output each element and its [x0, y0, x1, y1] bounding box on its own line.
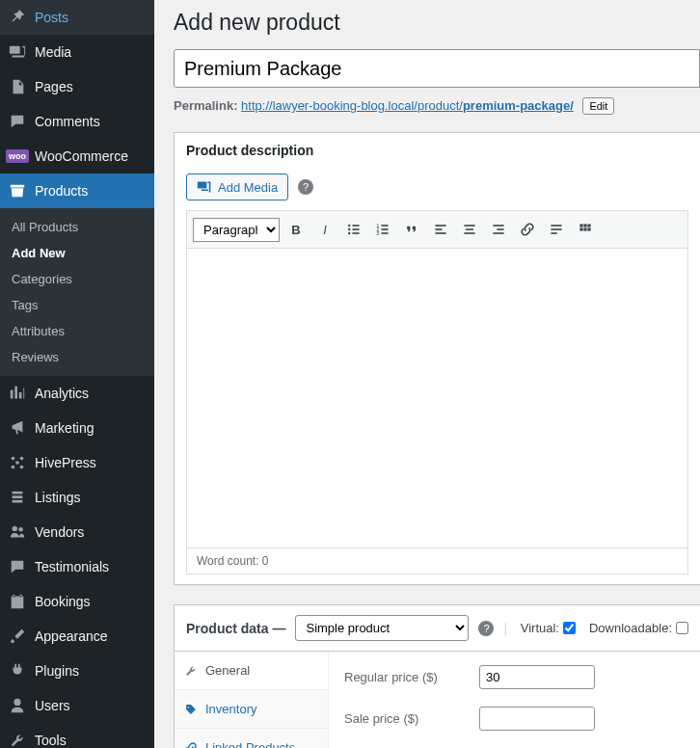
product-data-box: Product data — Simple product ? | Virtua… [174, 604, 700, 748]
permalink-base: http://lawyer-booking-blog.local/product… [241, 98, 463, 113]
menu-posts[interactable]: Posts [0, 0, 154, 35]
svg-point-2 [12, 466, 15, 469]
menu-media[interactable]: Media [0, 35, 154, 69]
svg-rect-29 [493, 232, 503, 234]
menu-label: Appearance [35, 628, 108, 644]
svg-point-7 [13, 699, 20, 706]
svg-point-4 [15, 461, 19, 465]
submenu-categories[interactable]: Categories [0, 266, 154, 292]
menu-label: Pages [35, 79, 73, 94]
numbered-list-button[interactable]: 123 [370, 217, 395, 242]
downloadable-checkbox[interactable] [676, 622, 688, 634]
menu-label: Users [35, 698, 70, 713]
hivepress-icon [8, 453, 27, 472]
menu-vendors[interactable]: Vendors [0, 515, 154, 549]
wrench-icon [184, 664, 198, 678]
permalink-link[interactable]: http://lawyer-booking-blog.local/product… [241, 98, 574, 113]
submenu-tags[interactable]: Tags [0, 292, 154, 318]
svg-rect-20 [381, 232, 388, 234]
product-type-select[interactable]: Simple product [295, 615, 469, 641]
svg-rect-32 [551, 232, 556, 234]
submenu-all-products[interactable]: All Products [0, 214, 154, 240]
svg-rect-27 [493, 225, 503, 227]
menu-label: HivePress [35, 455, 96, 470]
testimonials-icon [8, 557, 27, 576]
virtual-checkbox[interactable] [563, 622, 576, 634]
quote-button[interactable] [399, 217, 424, 242]
menu-listings[interactable]: Listings [0, 480, 154, 515]
menu-tools[interactable]: Tools [0, 723, 154, 748]
menu-label: Products [35, 183, 88, 199]
svg-rect-35 [587, 224, 590, 227]
bullet-list-button[interactable] [341, 217, 366, 242]
menu-woocommerce[interactable]: wooWooCommerce [0, 139, 154, 174]
svg-rect-23 [435, 232, 445, 234]
submenu-attributes[interactable]: Attributes [0, 318, 154, 344]
editor-textarea[interactable] [187, 249, 687, 548]
pages-icon [8, 77, 27, 96]
tab-linked-products[interactable]: Linked Products [175, 729, 328, 748]
svg-rect-10 [352, 225, 359, 227]
submenu-add-new[interactable]: Add New [0, 240, 154, 266]
svg-rect-18 [381, 228, 388, 230]
product-data-header: Product data — Simple product ? | Virtua… [175, 605, 700, 652]
menu-analytics[interactable]: Analytics [0, 376, 154, 411]
align-right-button[interactable] [486, 217, 511, 242]
svg-rect-16 [381, 225, 388, 227]
product-title-input[interactable] [174, 49, 700, 88]
editor-footer: Word count: 0 [187, 548, 687, 574]
tab-general[interactable]: General [175, 652, 328, 690]
menu-pages[interactable]: Pages [0, 69, 154, 104]
menu-comments[interactable]: Comments [0, 104, 154, 139]
menu-hivepress[interactable]: HivePress [0, 445, 154, 480]
svg-point-3 [20, 466, 24, 469]
admin-sidebar: Posts Media Pages Comments wooWooCommerc… [0, 0, 154, 748]
bold-button[interactable]: B [283, 217, 309, 242]
menu-label: Analytics [35, 386, 89, 401]
products-icon [8, 181, 27, 200]
menu-appearance[interactable]: Appearance [0, 619, 154, 654]
svg-rect-37 [583, 227, 586, 230]
menu-label: Bookings [35, 594, 91, 609]
help-icon[interactable]: ? [298, 179, 313, 195]
align-center-button[interactable] [457, 217, 482, 242]
menu-bookings[interactable]: Bookings [0, 584, 154, 619]
downloadable-checkbox-label[interactable]: Downloadable: [589, 621, 688, 635]
svg-rect-21 [435, 225, 445, 227]
help-icon[interactable]: ? [478, 621, 494, 636]
page-heading: Add new product [174, 10, 700, 36]
menu-label: Marketing [35, 420, 94, 436]
svg-point-5 [13, 526, 17, 531]
link-button[interactable] [515, 217, 540, 242]
menu-marketing[interactable]: Marketing [0, 411, 154, 445]
edit-slug-button[interactable]: Edit [582, 97, 614, 115]
menu-testimonials[interactable]: Testimonials [0, 549, 154, 584]
format-select[interactable]: Paragraph [193, 218, 280, 242]
woocommerce-icon: woo [8, 147, 27, 166]
sale-price-input[interactable] [479, 707, 595, 731]
regular-price-input[interactable] [479, 665, 595, 689]
more-button[interactable] [544, 217, 569, 242]
svg-rect-33 [579, 224, 582, 227]
menu-products[interactable]: Products [0, 174, 154, 208]
svg-rect-31 [551, 228, 561, 230]
toolbar-toggle-button[interactable] [573, 217, 598, 242]
permalink-label: Permalink: [174, 98, 237, 113]
menu-label: Plugins [35, 663, 79, 679]
virtual-checkbox-label[interactable]: Virtual: [521, 621, 576, 635]
main-content: Add new product Permalink: http://lawyer… [154, 0, 700, 748]
menu-users[interactable]: Users [0, 688, 154, 723]
tab-label: Inventory [205, 702, 256, 716]
menu-label: WooCommerce [35, 148, 128, 164]
align-left-button[interactable] [428, 217, 453, 242]
tab-inventory[interactable]: Inventory [175, 690, 328, 729]
menu-plugins[interactable]: Plugins [0, 654, 154, 688]
product-data-fields: Regular price ($) Sale price ($) Schedul… [329, 652, 700, 748]
product-data-tabs: General Inventory Linked Products [175, 652, 329, 748]
add-media-button[interactable]: Add Media [186, 174, 288, 200]
italic-button[interactable]: I [312, 217, 337, 242]
megaphone-icon [8, 418, 27, 438]
submenu-reviews[interactable]: Reviews [0, 344, 154, 370]
pushpin-icon [8, 8, 27, 27]
comments-icon [8, 112, 27, 131]
